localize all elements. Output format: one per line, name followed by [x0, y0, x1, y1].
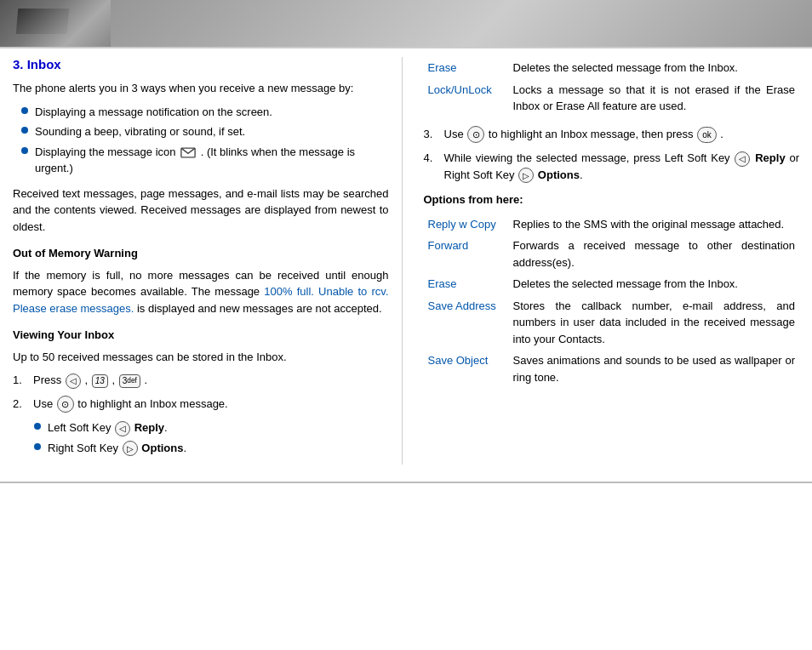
step-1-content: Press ◁ , 13 , 3def . — [33, 372, 389, 389]
options-label: Options — [141, 442, 183, 454]
option-saveaddress-desc: Stores the callback number, e-mail addre… — [509, 295, 800, 351]
step-2-num: 2. — [13, 396, 28, 413]
step-1-period: . — [144, 373, 147, 386]
bullet-item-2: Sounding a beep, vibrating or sound, if … — [21, 123, 389, 140]
step4-reply: Reply — [755, 151, 785, 164]
option-forward-desc: Forwards a received message to other des… — [509, 235, 800, 273]
step-1-comma1: , — [84, 373, 90, 386]
section-title: 3. Inbox — [13, 57, 389, 71]
option-forward-row: Forward Forwards a received message to o… — [424, 235, 800, 273]
step2-bullet-1-text: Left Soft Key ◁ Reply. — [48, 419, 168, 436]
step4-options: Options — [538, 168, 580, 181]
right-step-4-content: While viewing the selected message, pres… — [444, 150, 800, 183]
para2: Received text messages, page messages, a… — [13, 185, 389, 236]
oom-end: is displayed and new messages are not ac… — [137, 302, 382, 315]
left-soft-key-icon: ◁ — [115, 421, 130, 436]
bullet-dot-3 — [21, 147, 28, 154]
step3-use: Use — [444, 128, 467, 140]
option-saveobject-desc: Saves animations and sounds to be used a… — [509, 350, 800, 388]
nav-icon: ⊙ — [57, 396, 74, 413]
option-erase2-label: Erase — [424, 273, 509, 295]
intro-text: The phone alerts you in 3 ways when you … — [13, 80, 389, 97]
step-2-content: Use ⊙ to highlight an Inbox message. — [33, 396, 389, 413]
viewing-text: Up to 50 received messages can be stored… — [13, 349, 389, 366]
right-step-3: 3. Use ⊙ to highlight an Inbox message, … — [424, 126, 800, 144]
step-2: 2. Use ⊙ to highlight an Inbox message. — [13, 396, 389, 413]
option-saveaddress-label: Save Address — [424, 295, 509, 351]
option-erase2-desc: Deletes the selected message from the In… — [509, 273, 800, 295]
step4-right-key: ▷ — [518, 168, 534, 183]
step2-bullet-2-text: Right Soft Key ▷ Options. — [48, 440, 186, 457]
soft-key-icon-left: ◁ — [66, 373, 81, 389]
option-replywcopy-desc: Replies to the SMS with the original mes… — [509, 214, 800, 236]
right-step-4: 4. While viewing the selected message, p… — [424, 150, 800, 183]
left-column: 3. Inbox The phone alerts you in 3 ways … — [13, 57, 403, 465]
subsection-viewing: Viewing Your Inbox — [13, 327, 389, 344]
subsection-oom: Out of Memory Warning — [13, 245, 389, 262]
bullets-list: Displaying a message notification on the… — [21, 104, 389, 177]
option-saveaddress-row: Save Address Stores the callback number,… — [424, 295, 800, 351]
option-erase-desc: Deletes the selected message from the In… — [509, 57, 800, 79]
right-column: Erase Deletes the selected message from … — [420, 57, 800, 465]
header-image — [0, 0, 812, 47]
step-1: 1. Press ◁ , 13 , 3def . — [13, 372, 389, 389]
option-saveobject-row: Save Object Saves animations and sounds … — [424, 350, 800, 388]
bullet-text-3: Displaying the message icon . (It blinks… — [35, 144, 389, 177]
step-1-comma2: , — [112, 373, 117, 386]
ok-icon: ok — [697, 127, 717, 143]
step2-bullet-2: Right Soft Key ▷ Options. — [34, 440, 389, 457]
page: { "header": { "alt": "Header image" }, "… — [0, 0, 812, 483]
reply-label: Reply — [134, 421, 164, 434]
step3-nav-icon: ⊙ — [467, 126, 484, 143]
step-1-press: Press — [33, 373, 65, 386]
option-erase-row: Erase Deletes the selected message from … — [424, 57, 800, 79]
bullet-text-1: Displaying a message notification on the… — [35, 104, 272, 121]
step2-dot-1 — [34, 423, 41, 430]
option-erase-label: Erase — [424, 57, 509, 79]
right-soft-key-icon: ▷ — [123, 441, 138, 456]
option-erase2-row: Erase Deletes the selected message from … — [424, 273, 800, 295]
step3-text: to highlight an Inbox message, then pres… — [489, 128, 723, 140]
content-area: 3. Inbox The phone alerts you in 3 ways … — [0, 48, 812, 473]
right-step-4-num: 4. — [424, 150, 439, 167]
step-1-num: 1. — [13, 372, 28, 389]
option-saveobject-label: Save Object — [424, 350, 509, 388]
initial-options-table: Erase Deletes the selected message from … — [424, 57, 800, 117]
step4-left-key: ◁ — [735, 151, 750, 167]
step2-dot-2 — [34, 443, 41, 450]
option-lockunlock-desc: Locks a message so that it is not erased… — [509, 79, 800, 117]
step-2-text: to highlight an Inbox message. — [77, 397, 227, 410]
key-3def: 3def — [119, 374, 140, 388]
right-step-3-num: 3. — [424, 126, 439, 143]
bullet-text-2: Sounding a beep, vibrating or sound, if … — [35, 123, 245, 140]
option-replywcopy-label: Reply w Copy — [424, 214, 509, 236]
oom-para: If the memory is full, no more messages … — [13, 267, 389, 317]
bullet-dot-2 — [21, 127, 28, 134]
key-13: 13 — [92, 374, 108, 388]
bullet-item-1: Displaying a message notification on the… — [21, 104, 389, 121]
options-from-here-table: Reply w Copy Replies to the SMS with the… — [424, 214, 800, 389]
option-forward-label: Forward — [424, 235, 509, 273]
right-step-3-content: Use ⊙ to highlight an Inbox message, the… — [444, 126, 800, 144]
options-from-here-heading: Options from here: — [424, 191, 800, 208]
option-lockunlock-label: Lock/UnLock — [424, 79, 509, 117]
step2-bullet-1: Left Soft Key ◁ Reply. — [34, 419, 389, 436]
header-image-inner — [0, 0, 111, 47]
step-2-use: Use — [33, 397, 56, 410]
option-lockunlock-row: Lock/UnLock Locks a message so that it i… — [424, 79, 800, 117]
option-replywcopy-row: Reply w Copy Replies to the SMS with the… — [424, 214, 800, 236]
bullet-item-3: Displaying the message icon . (It blinks… — [21, 144, 389, 177]
bottom-border — [0, 482, 812, 483]
bullet-dot-1 — [21, 107, 28, 114]
envelope-icon — [180, 147, 196, 158]
step2-bullets: Left Soft Key ◁ Reply. Right Soft Key ▷ … — [34, 419, 389, 456]
